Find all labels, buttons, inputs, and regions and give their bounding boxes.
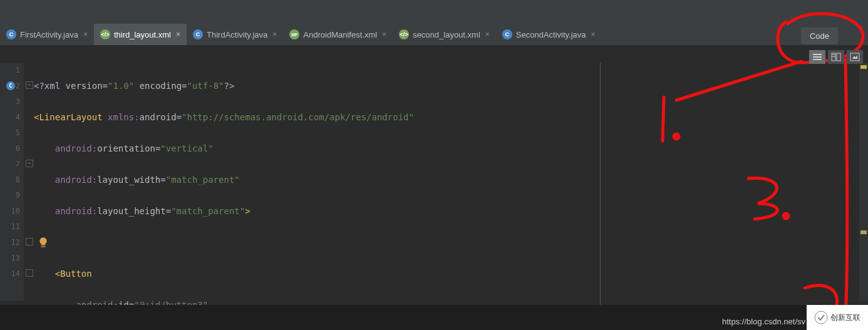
line-number-gutter: 1 2 C 3 4 5 6 7 8 9 10 11 12 13 14 bbox=[0, 63, 24, 301]
tab-label: ThirdActivity.java bbox=[207, 30, 267, 39]
tab-second-activity[interactable]: C SecondActivity.java × bbox=[496, 24, 602, 45]
svg-rect-0 bbox=[813, 54, 822, 55]
line-number: 13 bbox=[0, 250, 24, 266]
code-editor[interactable]: <?xml version="1.0" encoding="utf-8"?> <… bbox=[34, 63, 599, 301]
line-number: 6 bbox=[0, 141, 24, 157]
code-line: <LinearLayout xmlns:android="http://sche… bbox=[34, 110, 599, 125]
code-line: android:layout_height="match_parent"> bbox=[34, 204, 599, 219]
tab-label: FirstActivity.java bbox=[20, 30, 78, 39]
design-mode-button[interactable] bbox=[847, 50, 863, 64]
java-file-icon: C bbox=[193, 29, 203, 39]
close-icon[interactable]: × bbox=[83, 30, 88, 39]
svg-point-11 bbox=[783, 214, 788, 219]
svg-rect-1 bbox=[813, 56, 822, 58]
svg-point-12 bbox=[815, 311, 827, 324]
line-number: 5 bbox=[0, 125, 24, 141]
close-icon[interactable]: × bbox=[176, 30, 180, 39]
code-line bbox=[34, 235, 599, 250]
tab-first-activity[interactable]: C FirstActivity.java × bbox=[0, 24, 94, 45]
svg-rect-2 bbox=[813, 59, 822, 60]
fold-end-icon[interactable] bbox=[26, 269, 33, 277]
xml-file-icon: </> bbox=[399, 29, 409, 39]
line-number: 14 bbox=[0, 266, 24, 282]
line-number: 8 bbox=[0, 172, 24, 188]
tab-label: second_layout.xml bbox=[413, 30, 480, 39]
tab-label: AndroidManifest.xml bbox=[303, 30, 377, 39]
fold-column: − − bbox=[24, 63, 34, 301]
design-view-icon bbox=[850, 53, 860, 61]
line-number: 1 bbox=[0, 63, 24, 78]
code-line: android:layout_width="match_parent" bbox=[34, 172, 599, 188]
toolbar-strip bbox=[0, 0, 868, 24]
line-number: 9 bbox=[0, 188, 24, 204]
footer-url: https://blog.csdn.net/sv bbox=[722, 317, 805, 326]
line-number: 12 bbox=[0, 235, 24, 250]
editor-split-divider[interactable] bbox=[600, 63, 601, 305]
line-number: 10 bbox=[0, 204, 24, 219]
warning-mark[interactable] bbox=[860, 65, 867, 69]
fold-end-icon[interactable] bbox=[26, 238, 33, 245]
code-mode-button[interactable] bbox=[809, 50, 825, 64]
watermark-badge: 创新互联 bbox=[807, 305, 868, 330]
editor-tabs: C FirstActivity.java × </> third_layout.… bbox=[0, 24, 868, 46]
tab-third-layout[interactable]: </> third_layout.xml × bbox=[94, 24, 187, 45]
weak-warning-mark[interactable] bbox=[860, 230, 867, 234]
close-icon[interactable]: × bbox=[485, 30, 490, 39]
line-number: 3 bbox=[0, 94, 24, 110]
svg-rect-6 bbox=[832, 56, 835, 57]
code-line: <?xml version="1.0" encoding="utf-8"?> bbox=[34, 78, 599, 94]
code-view-icon bbox=[812, 53, 822, 61]
code-line: android:orientation="vertical" bbox=[34, 141, 599, 157]
java-file-icon: C bbox=[502, 29, 512, 39]
tab-android-manifest[interactable]: MF AndroidManifest.xml × bbox=[283, 24, 393, 45]
line-number: 2 C bbox=[0, 78, 24, 94]
java-file-icon: C bbox=[6, 29, 16, 39]
svg-rect-4 bbox=[837, 53, 840, 61]
close-icon[interactable]: × bbox=[272, 30, 277, 39]
line-number: 4 bbox=[0, 110, 24, 125]
svg-point-10 bbox=[674, 134, 679, 139]
fold-toggle-icon[interactable]: − bbox=[26, 160, 33, 167]
class-gutter-icon[interactable]: C bbox=[6, 81, 15, 90]
code-mode-tooltip: Code bbox=[801, 28, 838, 44]
line-number: 11 bbox=[0, 219, 24, 235]
split-mode-button[interactable] bbox=[828, 50, 844, 64]
close-icon[interactable]: × bbox=[591, 30, 596, 39]
manifest-file-icon: MF bbox=[289, 29, 299, 39]
fold-toggle-icon[interactable]: − bbox=[26, 81, 33, 89]
tab-third-activity[interactable]: C ThirdActivity.java × bbox=[187, 24, 283, 45]
split-view-icon bbox=[831, 53, 841, 61]
tab-label: third_layout.xml bbox=[114, 30, 171, 39]
svg-rect-5 bbox=[832, 54, 835, 55]
tab-label: SecondActivity.java bbox=[516, 30, 586, 39]
svg-marker-8 bbox=[852, 55, 857, 59]
footer: https://blog.csdn.net/sv 创新互联 bbox=[0, 305, 868, 330]
code-line: <Button bbox=[34, 266, 599, 282]
tab-second-layout[interactable]: </> second_layout.xml × bbox=[393, 24, 496, 45]
xml-file-icon: </> bbox=[100, 29, 110, 39]
line-number: 7 bbox=[0, 157, 24, 172]
close-icon[interactable]: × bbox=[382, 30, 386, 39]
view-mode-switcher bbox=[809, 50, 863, 64]
error-stripe bbox=[859, 63, 868, 301]
